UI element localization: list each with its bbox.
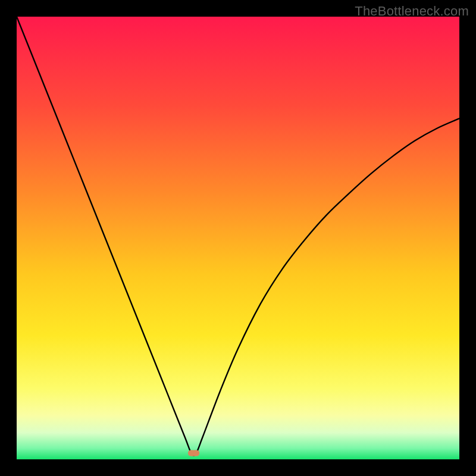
chart-background: [17, 17, 459, 459]
chart-svg: [17, 17, 459, 459]
marker-pill: [188, 450, 199, 456]
chart-frame: TheBottleneck.com: [0, 0, 476, 476]
plot-area: [17, 17, 459, 459]
